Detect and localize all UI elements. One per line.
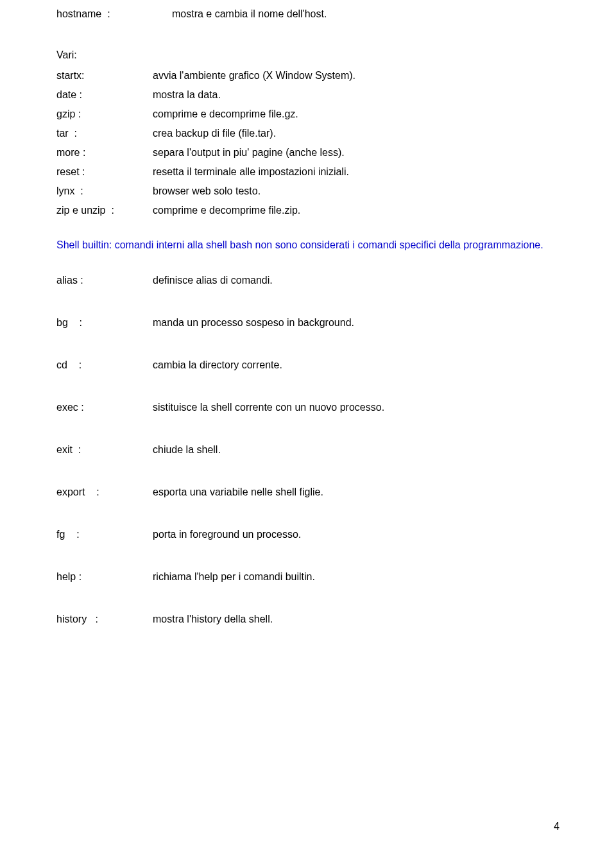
command-description: resetta il terminale alle impostazioni i… [153, 164, 349, 180]
command-row: cd :cambia la directory corrente. [56, 357, 560, 373]
command-row: lynx :browser web solo testo. [56, 184, 560, 199]
command-description: mostra la data. [153, 87, 221, 103]
command-description: avvia l'ambiente grafico (X Window Syste… [153, 68, 355, 83]
command-description: mostra l'history della shell. [153, 612, 273, 627]
command-description: porta in foreground un processo. [153, 527, 301, 542]
command-name: more : [56, 145, 153, 160]
page-number: 4 [554, 819, 560, 834]
command-name: date : [56, 87, 153, 103]
command-name: cd : [56, 357, 153, 373]
command-row: history :mostra l'history della shell. [56, 612, 560, 627]
command-row: startx:avvia l'ambiente grafico (X Windo… [56, 68, 560, 83]
command-description: esporta una variabile nelle shell figlie… [153, 485, 323, 500]
command-name: hostname : [56, 6, 172, 22]
command-row: help :richiama l'help per i comandi buil… [56, 569, 560, 585]
document-page: hostname : mostra e cambia il nome dell'… [0, 0, 616, 860]
command-name: reset : [56, 164, 153, 180]
command-description: mostra e cambia il nome dell'host. [172, 6, 327, 22]
command-row: zip e unzip :comprime e decomprime file.… [56, 203, 560, 218]
command-row: tar :crea backup di file (file.tar). [56, 126, 560, 141]
command-name: bg : [56, 315, 153, 331]
command-name: history : [56, 612, 153, 627]
command-name: exec : [56, 400, 153, 415]
command-description: comprime e decomprime file.zip. [153, 203, 300, 218]
command-row: bg :manda un processo sospeso in backgro… [56, 315, 560, 331]
command-description: richiama l'help per i comandi builtin. [153, 569, 315, 585]
command-description: browser web solo testo. [153, 184, 261, 199]
command-description: crea backup di file (file.tar). [153, 126, 276, 141]
command-row: exec :sistituisce la shell corrente con … [56, 400, 560, 415]
command-description: definisce alias di comandi. [153, 273, 273, 288]
command-row: alias :definisce alias di comandi. [56, 273, 560, 288]
command-row: export :esporta una variabile nelle shel… [56, 485, 560, 500]
command-row: gzip :comprime e decomprime file.gz. [56, 107, 560, 122]
command-description: comprime e decomprime file.gz. [153, 107, 298, 122]
command-row: more :separa l'output in piu' pagine (an… [56, 145, 560, 160]
shell-builtin-paragraph: Shell builtin: comandi interni alla shel… [56, 236, 560, 254]
command-name: alias : [56, 273, 153, 288]
vari-command-list: startx:avvia l'ambiente grafico (X Windo… [56, 68, 560, 218]
section-label-vari: Vari: [56, 47, 560, 63]
command-description: manda un processo sospeso in background. [153, 315, 354, 331]
command-name: gzip : [56, 107, 153, 122]
command-row: exit :chiude la shell. [56, 442, 560, 458]
builtin-command-list: alias :definisce alias di comandi.bg :ma… [56, 273, 560, 627]
command-description: sistituisce la shell corrente con un nuo… [153, 400, 384, 415]
command-row: fg :porta in foreground un processo. [56, 527, 560, 542]
command-row: hostname : mostra e cambia il nome dell'… [56, 6, 560, 22]
command-description: cambia la directory corrente. [153, 357, 282, 373]
command-name: exit : [56, 442, 153, 458]
command-name: lynx : [56, 184, 153, 199]
command-description: chiude la shell. [153, 442, 221, 458]
command-row: date :mostra la data. [56, 87, 560, 103]
command-name: startx: [56, 68, 153, 83]
command-name: tar : [56, 126, 153, 141]
command-name: fg : [56, 527, 153, 542]
command-row: reset :resetta il terminale alle imposta… [56, 164, 560, 180]
command-description: separa l'output in piu' pagine (anche le… [153, 145, 345, 160]
command-name: help : [56, 569, 153, 585]
command-name: export : [56, 485, 153, 500]
command-name: zip e unzip : [56, 203, 153, 218]
